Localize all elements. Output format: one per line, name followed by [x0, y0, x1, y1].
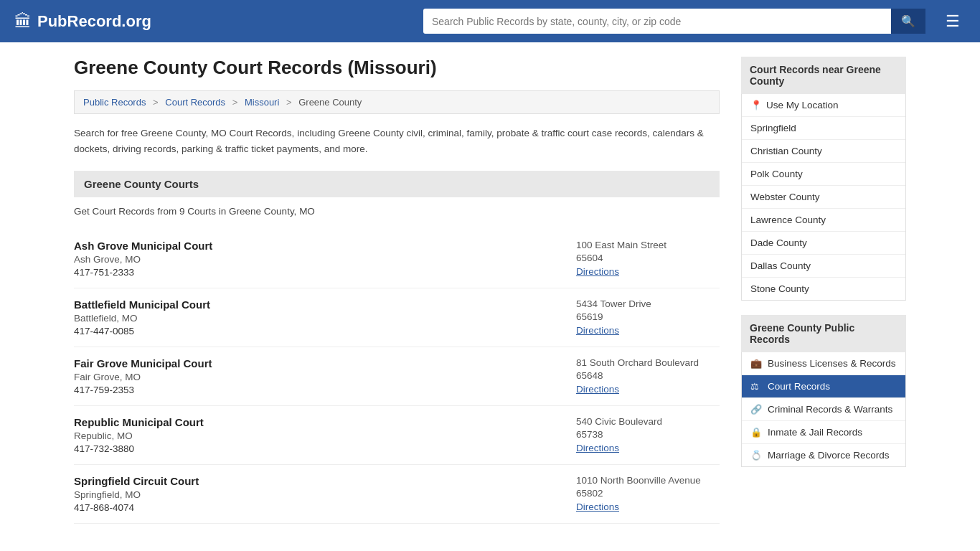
rec-icon: ⚖ [750, 381, 762, 392]
court-address: 540 Civic Boulevard [576, 416, 720, 427]
near-item-link[interactable]: Webster County [750, 192, 820, 202]
sidebar-near-item[interactable]: Polk County [742, 163, 905, 186]
sidebar-near-item[interactable]: Dallas County [742, 255, 905, 278]
directions-link[interactable]: Directions [576, 325, 619, 336]
pub-records-item[interactable]: 💍Marriage & Divorce Records [742, 444, 905, 466]
directions-link[interactable]: Directions [576, 266, 619, 277]
rec-icon: 🔗 [750, 404, 762, 415]
near-item-link[interactable]: Dallas County [750, 260, 811, 271]
court-phone: 417-868-4074 [74, 502, 562, 513]
rec-icon: 🔒 [750, 427, 762, 438]
court-address: 1010 North Boonville Avenue [576, 475, 720, 486]
courts-section-header: Greene County Courts [74, 171, 720, 197]
directions-link[interactable]: Directions [576, 501, 619, 512]
court-zip: 65738 [576, 429, 720, 440]
pub-records-list: 💼Business Licenses & Records⚖Court Recor… [741, 352, 906, 467]
court-left-0: Ash Grove Municipal Court Ash Grove, MO … [74, 240, 562, 278]
search-button[interactable]: 🔍 [891, 9, 925, 34]
sidebar-near-item[interactable]: 📍Use My Location [742, 94, 905, 117]
use-location-link[interactable]: Use My Location [766, 100, 839, 110]
court-name: Republic Municipal Court [74, 416, 562, 428]
sidebar-near-item[interactable]: Christian County [742, 140, 905, 163]
court-entry: Ash Grove Municipal Court Ash Grove, MO … [74, 230, 720, 288]
breadcrumb-sep-1: > [153, 97, 159, 108]
breadcrumb-court-records[interactable]: Court Records [165, 97, 225, 108]
pub-records-item[interactable]: 🔗Criminal Records & Warrants [742, 398, 905, 421]
sidebar-near-item[interactable]: Stone County [742, 278, 905, 300]
court-zip: 65802 [576, 488, 720, 499]
court-city: Republic, MO [74, 430, 562, 441]
courts-section-subtext: Get Court Records from 9 Courts in Green… [74, 206, 720, 217]
court-right-3: 540 Civic Boulevard 65738 Directions [562, 416, 720, 454]
breadcrumb-sep-3: > [286, 97, 292, 108]
sidebar-near-item[interactable]: Dade County [742, 232, 905, 255]
page-title: Greene County Court Records (Missouri) [74, 57, 720, 79]
court-right-2: 81 South Orchard Boulevard 65648 Directi… [562, 357, 720, 395]
court-right-1: 5434 Tower Drive 65619 Directions [562, 298, 720, 336]
logo-text: PubRecord.org [37, 12, 151, 31]
court-left-1: Battlefield Municipal Court Battlefield,… [74, 298, 562, 336]
court-left-4: Springfield Circuit Court Springfield, M… [74, 475, 562, 513]
breadcrumb-greene-county: Greene County [298, 97, 362, 108]
near-item-link[interactable]: Polk County [750, 169, 803, 179]
main-content: Greene County Court Records (Missouri) P… [74, 57, 720, 524]
pub-records-link[interactable]: Business Licenses & Records [768, 358, 896, 369]
sidebar: Court Records near Greene County 📍Use My… [741, 57, 906, 524]
near-item-link[interactable]: Stone County [750, 283, 809, 294]
pub-records-item[interactable]: ⚖Court Records [742, 375, 905, 398]
court-left-3: Republic Municipal Court Republic, MO 41… [74, 416, 562, 454]
page-description: Search for free Greene County, MO Court … [74, 126, 720, 156]
search-area: 🔍 [423, 9, 925, 34]
pub-records-link[interactable]: Marriage & Divorce Records [768, 450, 890, 461]
menu-button[interactable]: ☰ [940, 11, 966, 32]
pub-records-item[interactable]: 🔒Inmate & Jail Records [742, 421, 905, 444]
near-item-link[interactable]: Christian County [750, 146, 822, 156]
court-phone: 417-751-2333 [74, 267, 562, 278]
near-item-link[interactable]: Springfield [750, 123, 796, 133]
sidebar-near-item[interactable]: Springfield [742, 117, 905, 140]
court-entry: Fair Grove Municipal Court Fair Grove, M… [74, 347, 720, 406]
court-address: 100 East Main Street [576, 240, 720, 250]
near-item-link[interactable]: Dade County [750, 237, 807, 248]
court-address: 5434 Tower Drive [576, 298, 720, 309]
court-address: 81 South Orchard Boulevard [576, 357, 720, 368]
directions-link[interactable]: Directions [576, 443, 619, 453]
pub-records-link[interactable]: Inmate & Jail Records [768, 427, 862, 438]
breadcrumb-sep-2: > [232, 97, 238, 108]
court-phone: 417-759-2353 [74, 385, 562, 395]
court-zip: 65619 [576, 311, 720, 322]
court-city: Ash Grove, MO [74, 254, 562, 265]
sidebar-pub-records-title: Greene County Public Records [741, 315, 906, 352]
court-right-0: 100 East Main Street 65604 Directions [562, 240, 720, 278]
court-name: Battlefield Municipal Court [74, 298, 562, 311]
court-phone: 417-732-3880 [74, 443, 562, 454]
breadcrumb-missouri[interactable]: Missouri [245, 97, 279, 108]
pub-records-link[interactable]: Court Records [768, 381, 830, 392]
court-city: Fair Grove, MO [74, 372, 562, 382]
court-name: Fair Grove Municipal Court [74, 357, 562, 369]
court-left-2: Fair Grove Municipal Court Fair Grove, M… [74, 357, 562, 395]
sidebar-near-item[interactable]: Lawrence County [742, 209, 905, 232]
court-city: Springfield, MO [74, 489, 562, 500]
breadcrumb-public-records[interactable]: Public Records [83, 97, 146, 108]
site-header: 🏛 PubRecord.org 🔍 ☰ [0, 0, 980, 42]
rec-icon: 💍 [750, 450, 762, 461]
court-name: Springfield Circuit Court [74, 475, 562, 487]
court-zip: 65648 [576, 370, 720, 381]
rec-icon: 💼 [750, 358, 762, 369]
breadcrumb: Public Records > Court Records > Missour… [74, 90, 720, 114]
court-name: Ash Grove Municipal Court [74, 240, 562, 252]
court-phone: 417-447-0085 [74, 326, 562, 336]
near-item-link[interactable]: Lawrence County [750, 215, 826, 225]
location-icon: 📍 [750, 100, 762, 110]
logo[interactable]: 🏛 PubRecord.org [14, 11, 151, 32]
court-entry: Republic Municipal Court Republic, MO 41… [74, 406, 720, 465]
court-entry: Springfield Circuit Court Springfield, M… [74, 465, 720, 524]
sidebar-near-item[interactable]: Webster County [742, 186, 905, 209]
pub-records-link[interactable]: Criminal Records & Warrants [768, 404, 892, 415]
logo-icon: 🏛 [14, 11, 32, 32]
search-input[interactable] [423, 9, 891, 34]
directions-link[interactable]: Directions [576, 384, 619, 395]
near-list: 📍Use My LocationSpringfieldChristian Cou… [741, 94, 906, 301]
pub-records-item[interactable]: 💼Business Licenses & Records [742, 352, 905, 375]
